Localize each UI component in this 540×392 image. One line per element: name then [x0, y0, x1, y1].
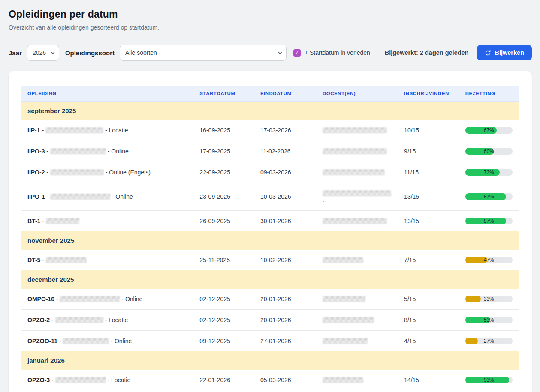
occupancy-cell: 47%	[459, 250, 519, 270]
docent-cell	[317, 370, 398, 390]
occupancy-percent-label: 47%	[465, 257, 513, 263]
redacted-docent-names	[323, 190, 391, 196]
month-group-label: september 2025	[21, 102, 519, 120]
column-header-docenten: DOCENT(EN)	[317, 86, 398, 102]
occupancy-cell: 87%	[459, 211, 519, 232]
month-group-label: december 2025	[21, 270, 519, 289]
column-header-opleiding: OPLEIDING	[21, 86, 193, 102]
course-title-cell: OPZO-2 - - Locatie	[21, 310, 193, 331]
course-code: IIPO-3	[27, 148, 45, 155]
enrollment-cell: 14/15	[398, 370, 459, 390]
table-body: september 2025IIP-1 - - Locatie16-09-202…	[21, 102, 519, 391]
enrollment-cell: 13/15	[398, 211, 459, 232]
docent-cell	[317, 250, 398, 270]
course-code: BT-1	[27, 218, 40, 224]
course-code: OPZOO-11	[27, 338, 57, 344]
course-title-cell: IIPO-3 - - Online	[21, 141, 193, 162]
occupancy-cell: 27%	[459, 331, 519, 352]
redacted-course-name	[55, 377, 106, 383]
end-date-cell: 20-01-2026	[254, 289, 317, 310]
enrollment-cell: 7/15	[398, 250, 459, 270]
course-title-cell: DT-5 -	[21, 250, 193, 270]
course-code: OPZO-2	[27, 317, 50, 323]
course-code: IIP-1	[27, 127, 40, 134]
column-header-bezetting: BEZETTING	[459, 86, 519, 102]
past-startdate-label: + Startdatum in verleden	[305, 49, 370, 56]
redacted-course-name	[50, 148, 106, 154]
course-title-cell: IIPO-1 - - Online	[21, 183, 193, 211]
start-date-cell: 09-12-2025	[193, 331, 254, 352]
course-code: IIPO-2	[27, 169, 45, 176]
occupancy-percent-label: 33%	[465, 296, 513, 302]
start-date-cell: 23-09-2025	[193, 183, 254, 211]
column-header-startdatum: STARTDATUM	[193, 86, 254, 102]
month-group-row: januari 2026	[21, 351, 519, 370]
occupancy-cell: 93%	[459, 370, 519, 390]
course-row: BT-1 - 26-09-202530-01-202613/1587%	[21, 211, 519, 232]
end-date-cell: 05-03-2026	[254, 370, 317, 390]
course-title-cell: OMPO-16 - - Online	[21, 289, 193, 310]
docent-cell: .	[317, 120, 398, 141]
redacted-course-name	[50, 169, 104, 175]
end-date-cell: 10-03-2026	[254, 183, 317, 211]
course-title-cell: OPZOO-11 - - Online	[21, 331, 193, 352]
occupancy-bar: 87%	[465, 193, 513, 200]
past-startdate-checkbox[interactable]: ✓	[293, 49, 301, 57]
redacted-docent-names	[323, 296, 365, 302]
month-group-label: januari 2026	[21, 351, 519, 370]
last-updated-text: Bijgewerkt: 2 dagen geleden	[385, 49, 469, 56]
redacted-course-name	[50, 194, 110, 200]
redacted-course-name	[46, 257, 87, 263]
refresh-button-label: Bijwerken	[495, 49, 525, 56]
redacted-docent-names	[323, 317, 374, 323]
course-row: IIP-1 - - Locatie16-09-202517-03-2026.10…	[21, 120, 519, 141]
type-label: Opleidingssoort	[65, 49, 115, 57]
page: Opleidingen per datum Overzicht van alle…	[0, 0, 540, 392]
docent-cell: .	[317, 183, 398, 211]
start-date-cell: 02-12-2025	[193, 289, 254, 310]
occupancy-cell: 33%	[459, 289, 519, 310]
start-date-cell: 25-11-2025	[193, 250, 254, 270]
table-header-row: OPLEIDING STARTDATUM EINDDATUM DOCENT(EN…	[21, 86, 519, 102]
column-header-einddatum: EINDDATUM	[254, 86, 317, 102]
enrollment-cell: 13/15	[398, 183, 459, 211]
end-date-cell: 17-03-2026	[254, 120, 317, 141]
course-row: IIPO-2 - - Online (Engels)22-09-202509-0…	[21, 162, 519, 183]
past-startdate-filter: ✓ + Startdatum in verleden	[293, 49, 370, 57]
month-group-row: december 2025	[21, 270, 519, 289]
year-select[interactable]: 2026	[27, 45, 59, 61]
start-date-cell: 02-12-2025	[193, 310, 254, 331]
occupancy-bar: 47%	[465, 257, 513, 263]
course-code: OPZO-3	[27, 377, 50, 383]
end-date-cell: 27-01-2026	[254, 331, 317, 352]
occupancy-percent-label: 67%	[465, 127, 513, 134]
end-date-cell: 30-01-2026	[254, 211, 317, 232]
redacted-course-name	[55, 317, 103, 323]
occupancy-percent-label: 60%	[465, 148, 513, 155]
redacted-course-name	[45, 127, 103, 133]
course-title-cell: IIP-1 - - Locatie	[21, 120, 193, 141]
month-group-row: september 2025	[21, 102, 519, 120]
redacted-docent-names	[323, 257, 363, 263]
refresh-icon	[485, 50, 491, 56]
occupancy-bar: 93%	[465, 377, 513, 383]
end-date-cell: 09-03-2026	[254, 162, 317, 183]
enrollment-cell: 9/15	[398, 141, 459, 162]
occupancy-percent-label: 73%	[465, 169, 513, 176]
occupancy-percent-label: 27%	[465, 338, 513, 344]
occupancy-cell: 60%	[459, 141, 519, 162]
occupancy-cell: 87%	[459, 183, 519, 211]
start-date-cell: 16-09-2025	[193, 120, 254, 141]
occupancy-percent-label: 53%	[465, 317, 513, 323]
course-row: DT-5 - 25-11-202510-02-20267/1547%	[21, 250, 519, 270]
start-date-cell: 22-09-2025	[193, 162, 254, 183]
occupancy-bar: 73%	[465, 169, 513, 176]
end-date-cell: 10-02-2026	[254, 250, 317, 270]
docent-cell	[317, 331, 398, 352]
refresh-button[interactable]: Bijwerken	[477, 45, 532, 60]
type-select[interactable]: Alle soorten	[120, 45, 287, 61]
course-row: OPZO-3 - - Locatie22-01-202605-03-202614…	[21, 370, 519, 390]
course-code: DT-5	[27, 257, 40, 263]
redacted-course-name	[46, 218, 79, 224]
page-title: Opleidingen per datum	[9, 0, 532, 20]
